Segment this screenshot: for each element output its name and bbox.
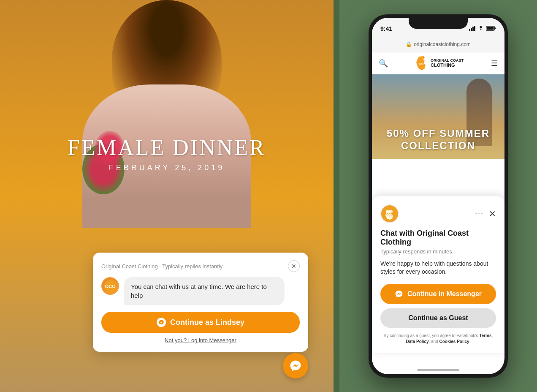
hero-image	[57, 0, 277, 228]
messenger-icon-small	[157, 318, 166, 327]
cookies-policy-link[interactable]: Cookies Policy	[439, 339, 469, 344]
url-text: originalcoastclothing.com	[414, 41, 471, 47]
lock-icon: 🔒	[406, 41, 412, 47]
more-options-button[interactable]: ···	[475, 209, 484, 218]
continue-in-messenger-button[interactable]: Continue in Messenger	[380, 284, 496, 304]
modal-avatar: OCC	[380, 204, 399, 223]
website-hero: 50% OFF SUMMER COLLECTION	[372, 74, 504, 159]
phone-notch	[409, 18, 468, 29]
modal-header: OCC ··· ✕	[380, 204, 496, 223]
svg-rect-4	[472, 27, 474, 31]
continue-as-lindsey-button[interactable]: Continue as Lindsey	[101, 312, 300, 333]
phone-screen: 9:41	[372, 18, 504, 374]
svg-rect-3	[471, 28, 472, 31]
website-logo: OCC ORIGINAL COAST CLOTHING	[415, 56, 464, 71]
chat-message-row: OCC You can chat with us at any time. We…	[101, 277, 300, 305]
messenger-fab[interactable]	[283, 353, 308, 378]
website-header: 🔍 OCC ORIGINAL COAST CLOTHING ☰	[372, 52, 504, 74]
terms-link[interactable]: Terms	[479, 333, 491, 338]
logo-line2: CLOTHING	[431, 63, 464, 68]
modal-header-actions: ··· ✕	[475, 209, 496, 218]
continue-as-guest-button[interactable]: Continue as Guest	[380, 308, 496, 328]
event-date: FEBRUARY 25, 2019	[0, 163, 334, 172]
chat-widget: Original Coast Clothing · Typically repl…	[93, 253, 308, 352]
svg-text:OCC: OCC	[386, 213, 393, 216]
brand-avatar: OCC	[101, 277, 119, 295]
svg-rect-5	[474, 26, 475, 31]
panel-divider	[334, 0, 339, 392]
data-policy-link[interactable]: Data Policy	[406, 339, 429, 344]
modal-title: Chat with Original Coast Clothing	[380, 229, 496, 247]
avatar-inner: OCC	[102, 278, 118, 294]
svg-rect-2	[469, 29, 470, 31]
modal-close-button[interactable]: ✕	[489, 210, 496, 218]
phone-chat-modal: OCC ··· ✕ Chat with Original Coast Cloth…	[372, 196, 504, 353]
event-overlay: FEMALE DINNER FEBRUARY 25, 2019	[0, 135, 334, 172]
modal-terms: By continuing as a guest, you agree to F…	[380, 333, 496, 345]
left-panel: FEMALE DINNER FEBRUARY 25, 2019 Original…	[0, 0, 334, 392]
browser-url: 🔒 originalcoastclothing.com	[406, 41, 471, 47]
logo-line1: ORIGINAL COAST	[431, 59, 464, 63]
hero-text: 50% OFF SUMMER COLLECTION	[372, 128, 504, 152]
search-icon[interactable]: 🔍	[379, 59, 388, 68]
wifi-icon	[477, 26, 484, 32]
menu-icon[interactable]: ☰	[491, 59, 498, 68]
home-indicator	[417, 369, 459, 371]
modal-subtitle: Typically responds in minutes	[380, 248, 496, 255]
phone-mockup: 9:41	[369, 14, 508, 378]
event-title: FEMALE DINNER	[0, 135, 334, 160]
status-icons	[469, 26, 496, 32]
svg-text:OCC: OCC	[105, 284, 116, 289]
chat-widget-header: Original Coast Clothing · Typically repl…	[101, 260, 300, 272]
battery-icon	[486, 26, 496, 32]
continue-messenger-label: Continue in Messenger	[407, 290, 482, 298]
signal-icon	[469, 26, 476, 32]
right-panel: 9:41	[339, 0, 537, 392]
svg-rect-7	[494, 27, 496, 29]
continue-button-label: Continue as Lindsey	[170, 318, 244, 327]
continue-guest-label: Continue as Guest	[408, 314, 468, 321]
svg-text:OCC: OCC	[419, 63, 424, 65]
chat-header-text: Original Coast Clothing · Typically repl…	[101, 263, 222, 270]
browser-bar: 🔒 originalcoastclothing.com	[372, 36, 504, 52]
not-you-link[interactable]: Not you? Log into Messenger	[101, 337, 300, 343]
svg-rect-8	[487, 27, 494, 30]
chat-close-button[interactable]: ✕	[288, 260, 300, 272]
status-time: 9:41	[380, 25, 392, 32]
chat-bubble: You can chat with us at any time. We are…	[124, 277, 285, 305]
modal-description: We're happy to help with questions about…	[380, 260, 496, 276]
